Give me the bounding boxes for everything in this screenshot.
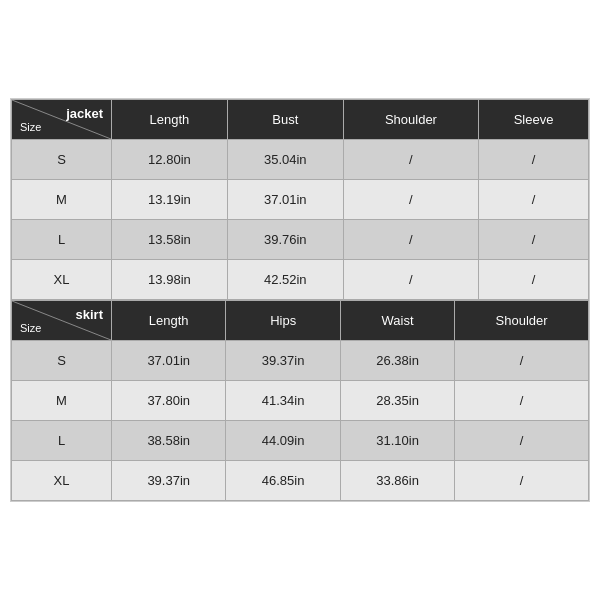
skirt-cell-S-0: 37.01in xyxy=(112,341,226,381)
jacket-section-label: jacket Size xyxy=(12,100,112,140)
skirt-body: S37.01in39.37in26.38in/M37.80in41.34in28… xyxy=(12,341,589,501)
skirt-cell-L-2: 31.10in xyxy=(340,421,454,461)
jacket-size-label: Size xyxy=(20,121,41,133)
jacket-cell-S-2: / xyxy=(343,140,478,180)
jacket-cell-S-0: 12.80in xyxy=(112,140,228,180)
jacket-type-label: jacket xyxy=(66,106,103,121)
jacket-size-M: M xyxy=(12,180,112,220)
skirt-row-XL: XL39.37in46.85in33.86in/ xyxy=(12,461,589,501)
skirt-cell-XL-1: 46.85in xyxy=(226,461,340,501)
jacket-cell-XL-0: 13.98in xyxy=(112,260,228,300)
skirt-size-M: M xyxy=(12,381,112,421)
skirt-header-hips: Hips xyxy=(226,301,340,341)
skirt-cell-S-1: 39.37in xyxy=(226,341,340,381)
jacket-row-XL: XL13.98in42.52in// xyxy=(12,260,589,300)
skirt-cell-XL-3: / xyxy=(455,461,589,501)
jacket-size-XL: XL xyxy=(12,260,112,300)
jacket-size-L: L xyxy=(12,220,112,260)
skirt-cell-L-3: / xyxy=(455,421,589,461)
jacket-cell-L-3: / xyxy=(479,220,589,260)
jacket-body: S12.80in35.04in//M13.19in37.01in//L13.58… xyxy=(12,140,589,300)
skirt-cell-M-1: 41.34in xyxy=(226,381,340,421)
jacket-header-sleeve: Sleeve xyxy=(479,100,589,140)
skirt-cell-M-2: 28.35in xyxy=(340,381,454,421)
skirt-cell-L-1: 44.09in xyxy=(226,421,340,461)
jacket-cell-M-1: 37.01in xyxy=(227,180,343,220)
jacket-row-S: S12.80in35.04in// xyxy=(12,140,589,180)
skirt-section-label: skirt Size xyxy=(12,301,112,341)
jacket-cell-XL-3: / xyxy=(479,260,589,300)
jacket-cell-M-3: / xyxy=(479,180,589,220)
skirt-size-S: S xyxy=(12,341,112,381)
jacket-cell-L-2: / xyxy=(343,220,478,260)
skirt-header-waist: Waist xyxy=(340,301,454,341)
jacket-header-shoulder: Shoulder xyxy=(343,100,478,140)
jacket-cell-M-2: / xyxy=(343,180,478,220)
size-chart: jacket Size Length Bust Shoulder Sleeve … xyxy=(10,98,590,502)
skirt-cell-XL-2: 33.86in xyxy=(340,461,454,501)
jacket-cell-L-0: 13.58in xyxy=(112,220,228,260)
skirt-header-length: Length xyxy=(112,301,226,341)
jacket-cell-XL-1: 42.52in xyxy=(227,260,343,300)
skirt-size-XL: XL xyxy=(12,461,112,501)
jacket-cell-M-0: 13.19in xyxy=(112,180,228,220)
jacket-cell-XL-2: / xyxy=(343,260,478,300)
skirt-table: skirt Size Length Hips Waist Shoulder S3… xyxy=(11,300,589,501)
skirt-header-shoulder: Shoulder xyxy=(455,301,589,341)
jacket-cell-S-3: / xyxy=(479,140,589,180)
skirt-row-M: M37.80in41.34in28.35in/ xyxy=(12,381,589,421)
jacket-row-L: L13.58in39.76in// xyxy=(12,220,589,260)
skirt-type-label: skirt xyxy=(76,307,103,322)
skirt-size-label: Size xyxy=(20,322,41,334)
skirt-cell-S-3: / xyxy=(455,341,589,381)
skirt-row-L: L38.58in44.09in31.10in/ xyxy=(12,421,589,461)
skirt-cell-L-0: 38.58in xyxy=(112,421,226,461)
skirt-cell-S-2: 26.38in xyxy=(340,341,454,381)
jacket-size-S: S xyxy=(12,140,112,180)
skirt-size-L: L xyxy=(12,421,112,461)
skirt-header-row: skirt Size Length Hips Waist Shoulder xyxy=(12,301,589,341)
jacket-header-row: jacket Size Length Bust Shoulder Sleeve xyxy=(12,100,589,140)
jacket-cell-S-1: 35.04in xyxy=(227,140,343,180)
jacket-cell-L-1: 39.76in xyxy=(227,220,343,260)
jacket-header-length: Length xyxy=(112,100,228,140)
jacket-table: jacket Size Length Bust Shoulder Sleeve … xyxy=(11,99,589,300)
skirt-cell-M-3: / xyxy=(455,381,589,421)
skirt-cell-M-0: 37.80in xyxy=(112,381,226,421)
jacket-row-M: M13.19in37.01in// xyxy=(12,180,589,220)
skirt-cell-XL-0: 39.37in xyxy=(112,461,226,501)
skirt-row-S: S37.01in39.37in26.38in/ xyxy=(12,341,589,381)
jacket-header-bust: Bust xyxy=(227,100,343,140)
